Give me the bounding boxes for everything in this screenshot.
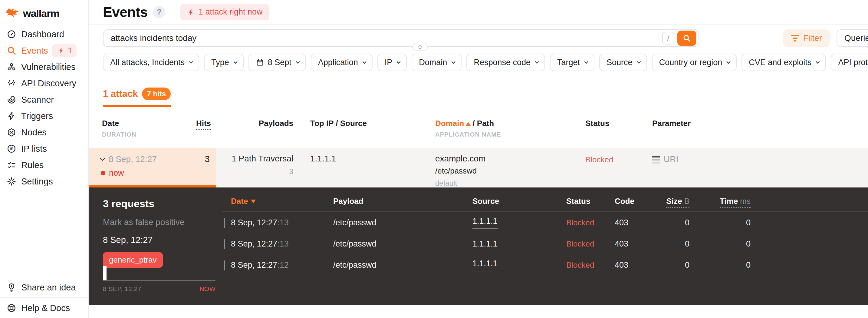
nodes-icon <box>7 127 17 137</box>
sidebar-item-nodes[interactable]: Nodes <box>0 124 88 141</box>
search-icon <box>7 46 17 55</box>
expand-chevron-icon[interactable] <box>224 260 225 270</box>
col-top-ip-source: Top IP / Source <box>298 119 435 138</box>
attacks-tab[interactable]: 1 attack 7 hits <box>103 88 171 107</box>
search-expand-handle[interactable] <box>412 43 428 51</box>
request-row[interactable]: 8 Sep, 12:27:13 /etc/passwd 1.1.1.1 Bloc… <box>222 233 868 254</box>
search-box: / <box>103 29 699 47</box>
sidebar-item-scanner[interactable]: Scanner <box>0 91 88 108</box>
request-source-ip[interactable]: 1.1.1.1 <box>472 259 498 271</box>
request-payload: /etc/passwd <box>325 260 464 270</box>
queries-dropdown[interactable]: Queries <box>837 30 868 46</box>
chevron-down-icon <box>637 60 641 64</box>
sidebar-item-vulnerabilities[interactable]: Vulnerabilities <box>0 59 88 75</box>
col-request-actions[interactable]: Actions <box>751 197 868 206</box>
attack-payload-type: 1 Path Traversal <box>216 154 293 164</box>
sidebar: wallarm Dashboard Events 1 Vulnerabiliti… <box>0 0 89 318</box>
sidebar-item-settings[interactable]: Settings <box>0 173 88 190</box>
filter-chip-response-code[interactable]: Response code <box>466 54 545 71</box>
col-request-code: Code <box>606 197 646 206</box>
page-header: Events ? 1 attack right now <box>89 0 868 25</box>
col-request-status: Status <box>558 197 606 206</box>
details-date: 8 Sep, 12:27 <box>103 235 222 245</box>
sidebar-item-dashboard[interactable]: Dashboard <box>0 26 88 42</box>
help-icon[interactable]: ? <box>153 6 165 18</box>
svg-text:IP: IP <box>10 147 13 151</box>
sidebar-item-triggers[interactable]: Triggers <box>0 108 88 124</box>
attack-row[interactable]: 8 Sep, 12:27 now 3 1 Path Traversal 3 1.… <box>89 148 868 187</box>
attack-now-badge[interactable]: 1 attack right now <box>180 4 269 20</box>
filter-chip-attacks-incidents[interactable]: All attacks, Incidents <box>103 54 199 71</box>
search-input[interactable] <box>111 33 662 43</box>
request-code: 403 <box>606 218 646 227</box>
filter-chip-domain[interactable]: Domain <box>412 54 462 71</box>
share-an-idea-link[interactable]: Share an idea <box>0 278 88 297</box>
dashboard-icon <box>7 29 17 39</box>
sidebar-item-events[interactable]: Events 1 <box>0 42 88 59</box>
col-request-date[interactable]: Date <box>231 197 325 206</box>
requests-timeline-chart: 8 SEP, 12:27 NOW <box>103 266 216 293</box>
col-active-verification: Active verification <box>775 119 868 138</box>
request-source-ip[interactable]: 1.1.1.1 <box>472 216 498 229</box>
hits-badge: 7 hits <box>142 88 171 100</box>
timeline-bar <box>103 266 106 280</box>
filter-button[interactable]: Filter <box>783 29 830 47</box>
filter-chip-type[interactable]: Type <box>204 54 244 71</box>
attack-tag[interactable]: generic_ptrav <box>103 252 163 268</box>
col-duration: DURATION <box>102 131 136 138</box>
filter-chip-ip[interactable]: IP <box>377 54 407 71</box>
timeline-axis <box>103 280 216 281</box>
request-source-ip[interactable]: 1.1.1.1 <box>472 239 498 249</box>
attack-date-cell[interactable]: 8 Sep, 12:27 now 3 <box>89 148 216 187</box>
request-row[interactable]: 8 Sep, 12:27:12 /etc/passwd 1.1.1.1 Bloc… <box>222 254 868 276</box>
filter-chip-date[interactable]: 8 Sept <box>248 54 306 71</box>
wallarm-flag-icon <box>5 7 19 19</box>
request-size: 0 <box>646 260 689 270</box>
filter-chip-cve[interactable]: CVE and exploits <box>742 54 826 71</box>
timeline-start-label: 8 SEP, 12:27 <box>103 285 141 293</box>
filter-chip-target[interactable]: Target <box>550 54 594 71</box>
main-content: Events ? 1 attack right now / <box>89 0 868 318</box>
chevron-down-icon <box>816 60 820 64</box>
mark-false-positive-link[interactable]: Mark as false positive <box>103 218 222 227</box>
expand-chevron-icon[interactable] <box>224 218 225 228</box>
col-domain-sorted[interactable]: Domain <box>435 119 464 128</box>
trigger-bolt-icon <box>7 111 17 121</box>
request-size: 0 <box>646 218 689 227</box>
braces-icon <box>7 79 17 88</box>
filter-chip-api-protocols[interactable]: API protocols <box>831 54 868 71</box>
details-summary: 3 requests Mark as false positive 8 Sep,… <box>89 187 222 305</box>
col-application-name: APPLICATION NAME <box>435 131 581 138</box>
filter-chip-source[interactable]: Source <box>599 54 647 71</box>
requests-table-header: Date Payload Source Status Code Size B T… <box>222 197 868 212</box>
col-hits[interactable]: Hits <box>196 119 211 130</box>
col-payloads: Payloads <box>216 119 298 138</box>
col-parameter: Parameter <box>648 119 775 138</box>
sidebar-item-rules[interactable]: Rules <box>0 157 88 173</box>
sidebar-item-ip-lists[interactable]: IP IP lists <box>0 141 88 157</box>
attack-active-verification-cell[interactable] <box>775 148 868 187</box>
lifebuoy-icon <box>7 303 17 313</box>
sidebar-item-api-discovery[interactable]: API Discovery <box>0 75 88 91</box>
request-status: Blocked <box>558 239 606 249</box>
col-date[interactable]: Date <box>102 119 136 128</box>
sort-asc-icon <box>466 122 471 126</box>
events-attack-badge: 1 <box>52 44 76 57</box>
attack-hits-count: 3 <box>205 154 210 164</box>
page-title: Events <box>103 4 148 20</box>
wallarm-console: wallarm Dashboard Events 1 Vulnerabiliti… <box>0 0 868 318</box>
filter-chip-application[interactable]: Application <box>311 54 373 71</box>
col-request-size[interactable]: Size B <box>646 197 689 206</box>
ip-circle-icon: IP <box>7 144 17 153</box>
attack-live-label: now <box>109 168 124 178</box>
request-payload: /etc/passwd <box>325 239 464 249</box>
expand-chevron-icon[interactable] <box>224 239 225 249</box>
wallarm-logo[interactable]: wallarm <box>0 0 88 19</box>
search-button[interactable] <box>677 31 696 46</box>
help-docs-link[interactable]: Help & Docs <box>0 298 88 318</box>
sidebar-nav: Dashboard Events 1 Vulnerabilities API D… <box>0 26 88 190</box>
col-request-time[interactable]: Time ms <box>689 197 751 206</box>
collapse-chevron-icon[interactable] <box>100 156 105 161</box>
request-row[interactable]: 8 Sep, 12:27:13 /etc/passwd 1.1.1.1 Bloc… <box>222 212 868 233</box>
filter-chip-country[interactable]: Country or region <box>652 54 737 71</box>
